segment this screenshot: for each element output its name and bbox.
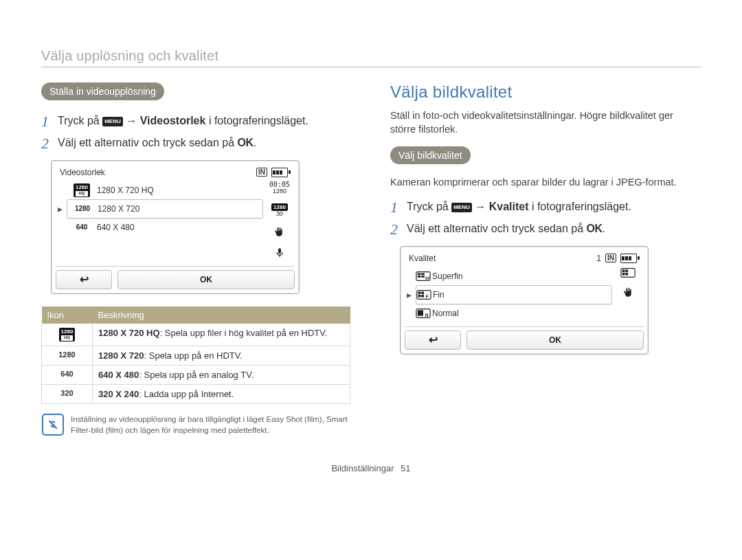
battery-icon xyxy=(271,168,291,177)
table-row: 1280HQ 1280 X 720 HQ: Spela upp filer i … xyxy=(42,324,350,346)
step-text: Tryck på MENU → Kvalitet i fotografering… xyxy=(407,199,699,215)
dot: . xyxy=(253,137,256,148)
quality-indicator-icon xyxy=(620,267,637,278)
table-header-row: Ikon Beskrivning xyxy=(42,306,350,324)
option-superfine[interactable]: SF Superfin xyxy=(416,267,612,285)
step-number: 1 xyxy=(41,113,58,131)
text: i fotograferingsläget. xyxy=(532,201,631,212)
option-1280x720hq[interactable]: 1280HQ 1280 X 720 HQ xyxy=(67,181,263,199)
back-button[interactable]: ↩ xyxy=(56,270,112,289)
ok-button[interactable]: OK xyxy=(466,331,644,350)
microphone-icon xyxy=(274,247,285,259)
page-footer: Bildinställningar 51 xyxy=(41,463,701,473)
ok-icon: OK xyxy=(586,223,602,234)
record-time: 00:05 1280 xyxy=(269,181,290,195)
lcd-body: 1280HQ 1280 X 720 HQ ▸ 1280 1280 X 720 6… xyxy=(56,180,295,263)
option-1280x720[interactable]: ▸ 1280 1280 X 720 xyxy=(67,199,263,219)
section-pill-image-quality: Välj bildkvalitet xyxy=(390,146,471,164)
note-box: Inställning av videoupplösning är bara t… xyxy=(41,412,350,437)
options-list: SF Superfin ▸ F Fin xyxy=(405,266,614,324)
horizontal-rule xyxy=(41,67,701,67)
sub-paragraph: Kameran komprimerar och sparar bilder du… xyxy=(390,175,699,189)
selection-arrow-icon: ▸ xyxy=(407,290,412,300)
svg-text:F: F xyxy=(426,293,429,298)
option-label: 1280 X 720 HQ xyxy=(97,186,154,195)
memory-card-icon: IN xyxy=(256,168,267,177)
stabilization-icon xyxy=(273,226,286,238)
step-text: Välj ett alternativ och tryck sedan på O… xyxy=(58,135,350,151)
selection-arrow-icon: ▸ xyxy=(58,204,63,214)
resolution-badge-icon: 1280HQ xyxy=(67,183,97,197)
ok-icon: OK xyxy=(237,137,253,148)
lcd-footer: ↩ OK xyxy=(405,326,644,350)
resolution-table: Ikon Beskrivning 1280HQ 1280 X 720 HQ: S… xyxy=(41,306,350,404)
option-label: 1280 X 720 xyxy=(98,204,139,214)
cell-desc: 1280 X 720: Spela upp på en HDTV. xyxy=(93,346,350,365)
option-label: Normal xyxy=(432,309,459,318)
quality-icon: F xyxy=(416,289,433,300)
page-number: 51 xyxy=(401,463,410,473)
svg-rect-7 xyxy=(418,291,421,294)
text: Välj ett alternativ och tryck sedan på xyxy=(58,137,237,148)
ok-button[interactable]: OK xyxy=(117,270,295,289)
cell-icon: 320 xyxy=(42,384,93,403)
battery-icon xyxy=(620,254,640,263)
frame-rate-icon: 1280 30 xyxy=(271,203,288,218)
text: Tryck på xyxy=(58,115,102,126)
quality-screen: Kvalitet 1 IN SF xyxy=(400,246,649,355)
table-row: 320 320 X 240: Ladda upp på Internet. xyxy=(42,384,350,403)
lcd-header: Kvalitet 1 IN xyxy=(405,251,644,266)
option-normal[interactable]: N Normal xyxy=(416,304,612,322)
option-640x480[interactable]: 640 640 X 480 xyxy=(67,219,263,236)
step-text: Tryck på MENU → Videostorlek i fotografe… xyxy=(58,113,350,129)
step-text: Välj ett alternativ och tryck sedan på O… xyxy=(407,221,699,237)
lcd-title: Kvalitet xyxy=(409,254,436,263)
step-number: 2 xyxy=(390,221,407,238)
menu-icon: MENU xyxy=(451,203,472,212)
lcd-body: SF Superfin ▸ F Fin xyxy=(405,266,644,324)
table-row: 1280 1280 X 720: Spela upp på en HDTV. xyxy=(42,346,350,365)
back-button[interactable]: ↩ xyxy=(405,331,461,350)
lcd-header: Videostorlek IN xyxy=(56,165,295,180)
intro-paragraph: Ställ in foto-och videokvalitetsinställn… xyxy=(390,109,699,137)
lcd-title: Videostorlek xyxy=(60,168,105,177)
manual-page: Välja upplösning och kvalitet Ställa in … xyxy=(0,0,742,487)
note-text: Inställning av videoupplösning är bara t… xyxy=(71,414,350,436)
status-icons: 1 IN xyxy=(596,254,640,263)
memory-card-icon: IN xyxy=(605,254,616,262)
step-2: 2 Välj ett alternativ och tryck sedan på… xyxy=(390,221,699,238)
svg-rect-16 xyxy=(622,269,625,272)
resolution-badge-icon: 1280 xyxy=(67,205,98,212)
svg-rect-18 xyxy=(622,273,625,276)
cell-icon: 1280 xyxy=(42,346,93,365)
text: Tryck på xyxy=(407,201,451,212)
option-fine[interactable]: ▸ F Fin xyxy=(416,285,612,304)
shot-count: 1 xyxy=(596,254,601,263)
footer-section: Bildinställningar xyxy=(331,463,394,473)
stabilization-icon xyxy=(622,287,635,299)
svg-rect-3 xyxy=(421,273,425,275)
col-icon: Ikon xyxy=(42,306,93,324)
quality-icon: SF xyxy=(416,271,432,282)
svg-rect-8 xyxy=(421,291,424,294)
section-heading: Välja bildkvalitet xyxy=(390,82,699,102)
svg-rect-9 xyxy=(418,295,421,298)
status-icons: IN xyxy=(256,168,291,177)
arrow: → xyxy=(126,115,139,126)
bold-term: Kvalitet xyxy=(489,201,529,212)
svg-rect-13 xyxy=(418,310,423,315)
cell-icon: 640 xyxy=(42,365,93,384)
step-1: 1 Tryck på MENU → Kvalitet i fotograferi… xyxy=(390,199,699,216)
text: i fotograferingsläget. xyxy=(209,115,308,126)
dot: . xyxy=(602,223,605,234)
svg-rect-10 xyxy=(421,295,424,298)
cell-desc: 640 X 480: Spela upp på en analog TV. xyxy=(93,365,350,384)
right-column: Välja bildkvalitet Ställ in foto-och vid… xyxy=(390,82,699,437)
quality-icon: N xyxy=(416,308,432,319)
text: Välj ett alternativ och tryck sedan på xyxy=(407,223,586,234)
cell-icon: 1280HQ xyxy=(42,324,93,346)
step-number: 1 xyxy=(390,199,407,216)
note-icon xyxy=(42,414,64,436)
columns: Ställa in videoupplösning 1 Tryck på MEN… xyxy=(41,82,701,437)
step-2: 2 Välj ett alternativ och tryck sedan på… xyxy=(41,135,350,153)
